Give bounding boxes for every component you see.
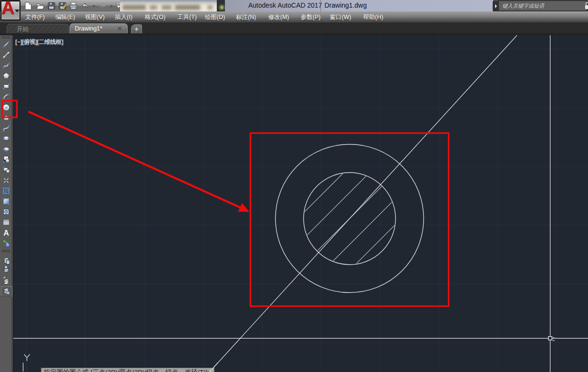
svg-text:A: A <box>3 229 9 237</box>
